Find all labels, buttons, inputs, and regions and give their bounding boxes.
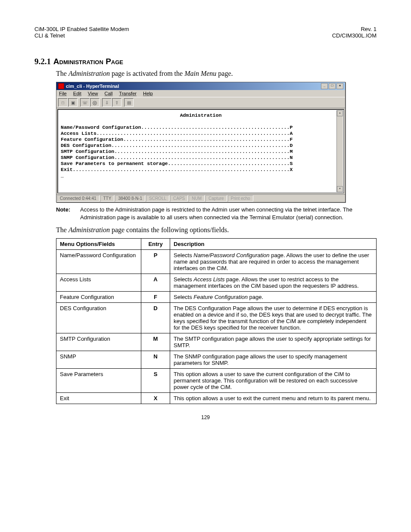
table-row: SMTP ConfigurationMThe SMTP configuratio… — [56, 333, 377, 351]
window-title: cim_cli - HyperTerminal — [66, 84, 119, 89]
table-header-entry: Entry — [141, 239, 170, 250]
table-row: Name/Password ConfigurationPSelects Name… — [56, 250, 377, 274]
toolbar-send-icon[interactable]: ⇩ — [102, 98, 112, 107]
status-printecho: Print echo — [228, 195, 253, 202]
status-connected: Connected 0:44:41 — [57, 195, 100, 202]
table-row: SNMPNThe SNMP configuration page allows … — [56, 351, 377, 369]
header-right-2: CD/CIM300L.IOM — [332, 32, 377, 39]
scrollbar[interactable]: ▴ ▾ — [336, 110, 343, 192]
header-left-1: CiM-300L IP Enabled Satellite Modem — [34, 26, 129, 32]
option-name: Save Parameters — [56, 369, 141, 393]
status-num: NUM — [189, 195, 205, 202]
toolbar-receive-icon[interactable]: ⇧ — [112, 98, 121, 107]
option-description: Selects Feature Configuration page. — [170, 292, 377, 303]
menu-call[interactable]: Call — [105, 91, 113, 96]
toolbar-new-icon[interactable]: □ — [58, 98, 68, 107]
menu-help[interactable]: Help — [143, 91, 153, 96]
terminal-area[interactable]: Administration Name/Password Configurati… — [57, 109, 344, 193]
window-titlebar: cim_cli - HyperTerminal _ □ × — [56, 82, 345, 90]
option-entry: X — [141, 393, 170, 404]
toolbar-open-icon[interactable]: ▣ — [68, 98, 78, 107]
option-description: This option allows a user to exit the cu… — [170, 393, 377, 404]
option-name: SMTP Configuration — [56, 333, 141, 351]
minimize-button[interactable]: _ — [321, 83, 328, 89]
status-baud: 38400 8-N-1 — [115, 195, 145, 202]
option-name: Exit — [56, 393, 141, 404]
menu-file[interactable]: File — [59, 91, 67, 96]
section-heading: 9.2.1 Administration Page — [34, 56, 377, 66]
terminal-heading: Administration — [61, 112, 341, 118]
terminal-line: Access Lists............................… — [61, 131, 341, 137]
scroll-up-icon[interactable]: ▴ — [337, 110, 343, 116]
status-bar: Connected 0:44:41 TTY 38400 8-N-1 SCROLL… — [56, 194, 345, 202]
status-mode: TTY — [100, 195, 115, 202]
section-intro: The Administration page is activated fro… — [56, 70, 377, 78]
body-text: The Administration page contains the fol… — [56, 226, 377, 234]
option-entry: P — [141, 250, 170, 274]
note-block: Note: Access to the Administration page … — [56, 206, 377, 221]
option-description: Selects Name/Password Configuration page… — [170, 250, 377, 274]
toolbar-properties-icon[interactable]: ▤ — [124, 98, 134, 107]
terminal-line: Save Parameters to permanent storage....… — [61, 161, 341, 167]
option-description: The SMTP configuration page allows the u… — [170, 333, 377, 351]
page-number: 129 — [34, 414, 377, 420]
table-row: Access ListsASelects Access Lists page. … — [56, 274, 377, 292]
toolbar: □ ▣ ☏ ⨂ ⇩ ⇧ ▤ — [56, 97, 345, 108]
option-entry: D — [141, 303, 170, 333]
table-header-description: Description — [170, 239, 377, 250]
terminal-line: Exit....................................… — [61, 167, 341, 173]
status-caps: CAPS — [170, 195, 188, 202]
table-row: ExitXThis option allows a user to exit t… — [56, 393, 377, 404]
close-button[interactable]: × — [336, 83, 343, 89]
terminal-line: SNMP Configuration......................… — [61, 155, 341, 161]
menu-view[interactable]: View — [88, 91, 98, 96]
option-entry: S — [141, 369, 170, 393]
terminal-line: Name/Password Configuration.............… — [61, 124, 341, 131]
option-name: Name/Password Configuration — [56, 250, 141, 274]
toolbar-disconnect-icon[interactable]: ⨂ — [90, 98, 100, 107]
header-right-1: Rev. 1 — [332, 26, 377, 32]
toolbar-connect-icon[interactable]: ☏ — [80, 98, 90, 107]
option-entry: A — [141, 274, 170, 292]
section-title: Administration Page — [53, 57, 123, 66]
option-name: DES Configuration — [56, 303, 141, 333]
note-label: Note: — [56, 206, 80, 221]
menu-bar: File Edit View Call Transfer Help — [56, 90, 345, 97]
header-left-2: CLI & Telnet — [34, 32, 129, 39]
terminal-cursor: _ — [61, 173, 341, 179]
maximize-button[interactable]: □ — [329, 83, 336, 89]
option-name: Access Lists — [56, 274, 141, 292]
option-description: Selects Access Lists page. Allows the us… — [170, 274, 377, 292]
option-description: The DES Configuration Page allows the us… — [170, 303, 377, 333]
option-name: SNMP — [56, 351, 141, 369]
status-capture: Capture — [206, 195, 227, 202]
table-row: DES ConfigurationDThe DES Configuration … — [56, 303, 377, 333]
page-header: CiM-300L IP Enabled Satellite Modem CLI … — [34, 26, 377, 39]
status-scroll: SCROLL — [146, 195, 169, 202]
option-description: The SNMP configuration page allows the u… — [170, 351, 377, 369]
option-entry: F — [141, 292, 170, 303]
app-icon — [58, 83, 64, 89]
option-name: Feature Configuration — [56, 292, 141, 303]
section-number: 9.2.1 — [34, 57, 51, 66]
note-text: Access to the Administration page is res… — [80, 206, 377, 221]
option-description: This option allows a user to save the cu… — [170, 369, 377, 393]
terminal-line: Feature Configuration...................… — [61, 137, 341, 143]
option-entry: N — [141, 351, 170, 369]
menu-transfer[interactable]: Transfer — [119, 91, 137, 96]
table-header-options: Menu Options/Fields — [56, 239, 141, 250]
table-row: Feature ConfigurationFSelects Feature Co… — [56, 292, 377, 303]
terminal-line: DES Configuration.......................… — [61, 143, 341, 149]
scroll-down-icon[interactable]: ▾ — [337, 186, 343, 192]
menu-edit[interactable]: Edit — [73, 91, 81, 96]
terminal-line: SMTP Configuration......................… — [61, 149, 341, 155]
options-table: Menu Options/Fields Entry Description Na… — [56, 238, 377, 404]
option-entry: M — [141, 333, 170, 351]
table-row: Save ParametersSThis option allows a use… — [56, 369, 377, 393]
hyperterminal-window: cim_cli - HyperTerminal _ □ × File Edit … — [56, 82, 346, 202]
